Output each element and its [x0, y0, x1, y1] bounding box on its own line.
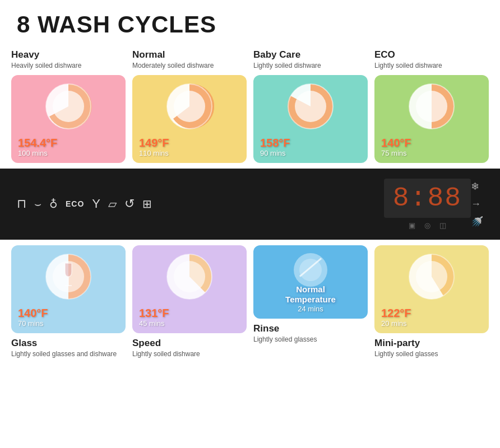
- rinse-card: NormalTemperature 24 mins: [253, 245, 368, 319]
- svg-point-18: [174, 261, 205, 292]
- glass-icon[interactable]: Y: [92, 197, 100, 211]
- svg-point-1: [53, 91, 84, 122]
- miniparty-pie: [407, 252, 456, 301]
- faucet-icon[interactable]: 🚿: [471, 216, 483, 228]
- panel-icons-row: ⊓ ⌣ ♁ ECO Y ⏥ ↺ ⊞: [17, 197, 384, 211]
- cycle-col-babycare: Baby Care Lightly soiled dishware 158°F …: [253, 49, 368, 163]
- rinse-label: Rinse: [253, 323, 368, 334]
- speed-desc: Lightly soiled dishware: [132, 350, 247, 359]
- svg-point-7: [295, 91, 326, 122]
- pot-icon[interactable]: ⊓: [17, 197, 26, 211]
- speed-mins: 45 mins: [139, 319, 169, 328]
- bottle-icon[interactable]: ♁: [49, 197, 58, 211]
- eco-panel-label[interactable]: ECO: [66, 199, 84, 208]
- miniparty-card: 122°F 20 mins: [374, 245, 489, 333]
- normal-card: 149°F 110 mins: [132, 75, 247, 163]
- miniparty-desc: Lightly soiled glasses: [374, 350, 489, 359]
- heavy-label: Heavy: [11, 49, 39, 60]
- glass-mins: 70 mins: [18, 319, 48, 328]
- cycle-col-speed: 131°F 45 mins Speed Lightly soiled dishw…: [132, 245, 247, 359]
- bottom-cycles-grid: 140°F 70 mins Glass Lightly soiled glass…: [0, 240, 500, 365]
- cycle-col-eco: ECO Lightly soiled dishware 140°F 75 min…: [374, 49, 489, 163]
- babycare-card: 158°F 90 mins: [253, 75, 368, 163]
- cycle-col-heavy: Heavy Heavily soiled dishware 154.4°F 10…: [11, 49, 126, 163]
- speed-card: 131°F 45 mins: [132, 245, 247, 333]
- party-icon[interactable]: ⊞: [142, 197, 152, 211]
- eco-desc: Lightly soiled dishware: [374, 62, 442, 71]
- panel-right-controls: ❄ → 🚿: [471, 180, 483, 228]
- eco-card: 140°F 75 mins: [374, 75, 489, 163]
- normal-mins: 110 mins: [139, 149, 169, 157]
- speed-pie: [165, 252, 214, 301]
- cycle-col-miniparty: 122°F 20 mins Mini-party Lightly soiled …: [374, 245, 489, 359]
- control-panel: ⊓ ⌣ ♁ ECO Y ⏥ ↺ ⊞ 8:88 ▣ ◎ ◫ ❄ → 🚿: [0, 169, 500, 240]
- babycare-label: Baby Care: [253, 49, 300, 60]
- snowflake-icon[interactable]: ❄: [471, 180, 483, 193]
- heavy-card: 154.4°F 100 mins: [11, 75, 126, 163]
- panel-display-area: 8:88 ▣ ◎ ◫: [384, 179, 471, 230]
- rinse-temp: NormalTemperature: [260, 284, 361, 305]
- babycare-mins: 90 mins: [260, 149, 290, 157]
- cycle-col-rinse: NormalTemperature 24 mins Rinse Lightly …: [253, 245, 368, 359]
- normal-desc: Moderately soiled dishware: [132, 62, 214, 71]
- miniparty-mins: 20 mins: [381, 319, 411, 328]
- heavy-desc: Heavily soiled dishware: [11, 62, 81, 71]
- top-cycles-grid: Heavy Heavily soiled dishware 154.4°F 10…: [0, 44, 500, 169]
- normal-label: Normal: [132, 49, 165, 60]
- cycle-icon[interactable]: ↺: [124, 197, 135, 211]
- babycare-desc: Lightly soiled dishware: [253, 62, 321, 71]
- sub-icon-1: ▣: [409, 221, 415, 230]
- glass-card: 140°F 70 mins: [11, 245, 126, 333]
- miniparty-temp: 122°F: [381, 307, 411, 319]
- heavy-mins: 100 mins: [18, 149, 57, 157]
- heavy-pie: [44, 82, 93, 131]
- normal-pie: [165, 82, 214, 131]
- rinse-mins: 24 mins: [260, 305, 361, 313]
- eco-mins: 75 mins: [381, 149, 411, 157]
- time-display: 8:88: [393, 183, 462, 213]
- glass-pie: [44, 252, 93, 301]
- svg-point-4: [174, 91, 205, 122]
- panel-display: 8:88: [384, 179, 471, 218]
- glass-desc: Lightly soiled glasses and dishware: [11, 350, 126, 359]
- babycare-pie: [286, 82, 335, 131]
- miniparty-label: Mini-party: [374, 338, 489, 349]
- sub-icon-3: ◫: [439, 221, 446, 230]
- svg-point-10: [416, 91, 447, 122]
- glass-temp: 140°F: [18, 307, 48, 319]
- panel-sub-icons: ▣ ◎ ◫: [409, 221, 446, 230]
- eco-temp: 140°F: [381, 137, 411, 149]
- svg-point-21: [416, 261, 447, 292]
- speed-temp: 131°F: [139, 307, 169, 319]
- bowl-icon[interactable]: ⌣: [34, 198, 41, 211]
- arrow-right-icon[interactable]: →: [471, 198, 483, 210]
- page-title: 8 WASH CYCLES: [0, 0, 500, 44]
- normal-temp: 149°F: [139, 137, 169, 149]
- eco-pie: [407, 82, 456, 131]
- eco-label: ECO: [374, 49, 395, 60]
- speed-label: Speed: [132, 338, 247, 349]
- babycare-temp: 158°F: [260, 137, 290, 149]
- glass-label: Glass: [11, 338, 126, 349]
- sub-icon-2: ◎: [424, 221, 430, 230]
- plates-icon[interactable]: ⏥: [108, 197, 117, 211]
- cycle-col-glass: 140°F 70 mins Glass Lightly soiled glass…: [11, 245, 126, 359]
- cycle-col-normal: Normal Moderately soiled dishware 149°F …: [132, 49, 247, 163]
- heavy-temp: 154.4°F: [18, 137, 57, 149]
- rinse-desc: Lightly soiled glasses: [253, 335, 368, 344]
